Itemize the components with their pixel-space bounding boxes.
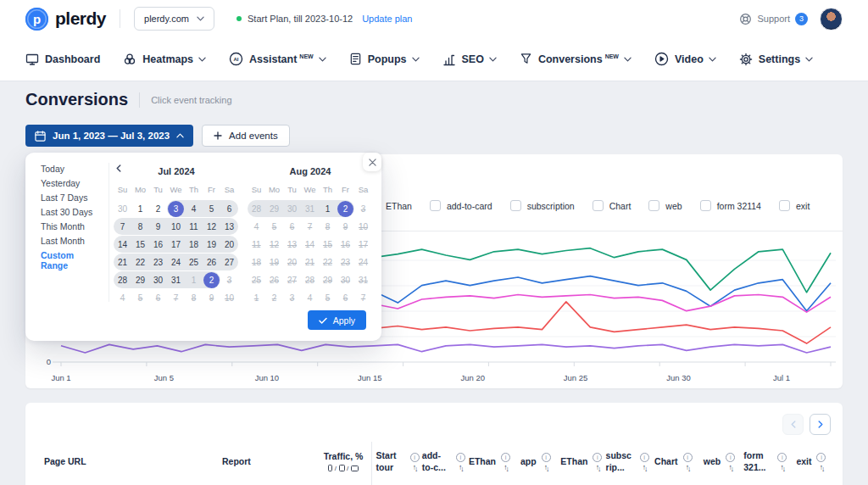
legend-item-subscription[interactable]: subscription: [510, 200, 575, 211]
calendar-day[interactable]: 13: [283, 236, 301, 253]
calendar-day[interactable]: 3: [283, 289, 301, 306]
calendar-day[interactable]: 1: [248, 289, 265, 306]
calendar-day[interactable]: 3: [220, 271, 238, 288]
calendar-day[interactable]: 11: [248, 236, 265, 253]
calendar-day[interactable]: 6: [149, 289, 167, 306]
column-label[interactable]: form 321...: [743, 450, 772, 473]
column-label[interactable]: app: [520, 456, 537, 468]
calendar-day[interactable]: 28: [301, 271, 319, 288]
calendar-day[interactable]: 28: [114, 271, 131, 288]
calendar-day[interactable]: 20: [220, 236, 238, 253]
calendar-day[interactable]: 5: [319, 289, 337, 306]
calendar-day[interactable]: 16: [149, 236, 167, 253]
calendar-day[interactable]: 10: [354, 218, 372, 235]
calendar-day[interactable]: 12: [265, 236, 283, 253]
add-events-button[interactable]: Add events: [202, 125, 290, 147]
calendar-day[interactable]: 30: [149, 271, 167, 288]
calendar-day[interactable]: 8: [185, 289, 203, 306]
phone-icon[interactable]: [328, 465, 332, 471]
calendar-day[interactable]: 19: [265, 254, 283, 270]
calendar-day[interactable]: 6: [220, 200, 238, 217]
calendar-day[interactable]: 9: [149, 218, 167, 235]
calendar-day[interactable]: 19: [203, 236, 220, 253]
checkbox-icon[interactable]: [430, 200, 441, 211]
checkbox-icon[interactable]: [510, 200, 521, 211]
calendar-day[interactable]: 2: [265, 289, 283, 306]
calendar-day[interactable]: 25: [185, 254, 203, 270]
calendar-day[interactable]: 22: [319, 254, 337, 270]
calendar-day[interactable]: 2: [337, 200, 354, 217]
calendar-day[interactable]: 27: [283, 271, 301, 288]
calendar-day[interactable]: 3: [354, 200, 372, 217]
sort-arrows-icon[interactable]: ↑↓: [504, 463, 508, 471]
calendar-day[interactable]: 15: [131, 236, 149, 253]
calendar-day[interactable]: 11: [185, 218, 203, 235]
calendar-day[interactable]: 29: [319, 271, 337, 288]
checkbox-icon[interactable]: [779, 200, 790, 211]
info-icon[interactable]: i: [726, 453, 735, 462]
calendar-day[interactable]: 31: [354, 271, 372, 288]
column-label[interactable]: Report: [222, 456, 251, 468]
sort-arrows-icon[interactable]: ↑↓: [643, 463, 647, 471]
calendar-day[interactable]: 17: [354, 236, 372, 253]
legend-item-form-32114[interactable]: form 32114: [700, 200, 761, 211]
calendar-day[interactable]: 21: [301, 254, 319, 270]
calendar-day[interactable]: 4: [114, 289, 131, 306]
nav-item-seo[interactable]: SEO: [442, 53, 497, 66]
column-label[interactable]: Page URL: [44, 456, 86, 468]
info-icon[interactable]: i: [683, 453, 693, 462]
calendar-day[interactable]: 13: [220, 218, 238, 235]
column-label[interactable]: Chart: [654, 456, 677, 468]
column-label[interactable]: add-to-c...: [422, 450, 451, 473]
calendar-day[interactable]: 16: [337, 236, 354, 253]
calendar-day[interactable]: 5: [131, 289, 149, 306]
calendar-day[interactable]: 24: [167, 254, 185, 270]
sort-arrows-icon[interactable]: ↑↓: [459, 463, 463, 471]
calendar-day[interactable]: 10: [220, 289, 238, 306]
calendar-day[interactable]: 5: [203, 200, 220, 217]
calendar-day[interactable]: 2: [149, 200, 167, 217]
sort-arrows-icon[interactable]: ↑↓: [413, 463, 417, 471]
calendar-day[interactable]: 5: [265, 218, 283, 235]
calendar-day[interactable]: 6: [337, 289, 354, 306]
nav-item-assistant[interactable]: AI Assistant NEW: [229, 52, 326, 66]
tablet-icon[interactable]: [339, 465, 345, 471]
calendar-day[interactable]: 4: [185, 200, 203, 217]
domain-select[interactable]: plerdy.com: [134, 7, 214, 31]
preset-last-month[interactable]: Last Month: [25, 233, 108, 248]
sort-arrows-icon[interactable]: ↑↓: [820, 463, 824, 471]
column-label[interactable]: subscrip...: [606, 450, 635, 473]
calendar-day[interactable]: 1: [185, 271, 203, 288]
brand[interactable]: p plerdy: [25, 8, 106, 31]
calendar-day[interactable]: 21: [114, 254, 131, 270]
calendar-day[interactable]: 12: [203, 218, 220, 235]
calendar-day[interactable]: 30: [337, 271, 354, 288]
calendar-day[interactable]: 3: [167, 200, 185, 217]
calendar-day[interactable]: 7: [167, 289, 185, 306]
column-label[interactable]: exit: [796, 456, 811, 468]
calendar-day[interactable]: 8: [319, 218, 337, 235]
nav-item-popups[interactable]: Popups: [349, 53, 420, 65]
calendar-day[interactable]: 20: [283, 254, 301, 270]
preset-today[interactable]: Today: [25, 161, 108, 176]
calendar-day[interactable]: 9: [203, 289, 220, 306]
calendar-day[interactable]: 8: [131, 218, 149, 235]
checkbox-icon[interactable]: [648, 200, 659, 211]
calendar-day[interactable]: 1: [131, 200, 149, 217]
preset-this-month[interactable]: This Month: [25, 219, 108, 233]
calendar-day[interactable]: 28: [248, 200, 265, 217]
calendar-day[interactable]: 31: [301, 200, 319, 217]
info-icon[interactable]: i: [777, 453, 787, 462]
nav-item-settings[interactable]: Settings: [739, 53, 813, 66]
calendar-day[interactable]: 2: [203, 271, 220, 288]
calendar-day[interactable]: 18: [185, 236, 203, 253]
info-icon[interactable]: i: [410, 453, 420, 462]
calendar-day[interactable]: 27: [220, 254, 238, 270]
calendar-day[interactable]: 10: [167, 218, 185, 235]
preset-last-7-days[interactable]: Last 7 Days: [25, 190, 108, 204]
calendar-day[interactable]: 9: [337, 218, 354, 235]
nav-item-heatmaps[interactable]: Heatmaps: [123, 53, 206, 66]
column-label[interactable]: web: [704, 456, 721, 468]
calendar-day[interactable]: 4: [301, 289, 319, 306]
info-icon[interactable]: i: [640, 453, 649, 462]
